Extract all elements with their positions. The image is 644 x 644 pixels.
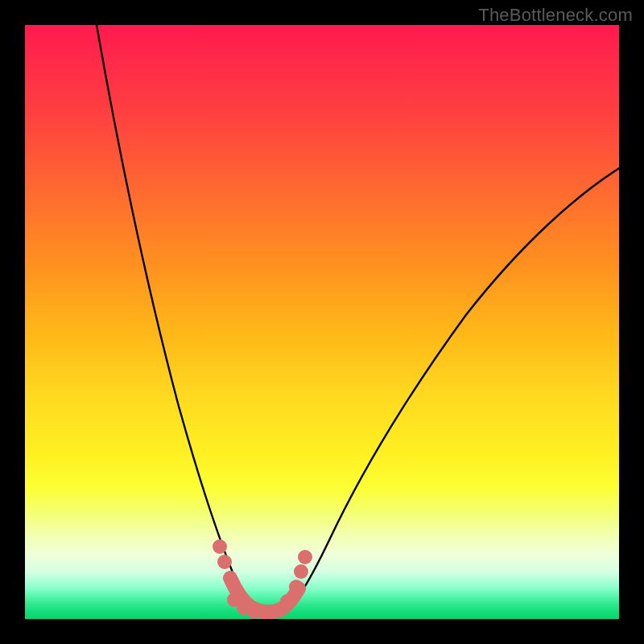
- right-curve: [281, 168, 619, 614]
- marker-dot: [298, 550, 312, 564]
- marker-dot: [289, 580, 303, 594]
- left-curve: [97, 25, 262, 613]
- marker-dot: [294, 564, 308, 579]
- plot-area: [25, 25, 619, 619]
- curve-layer: [25, 25, 619, 619]
- watermark-text: TheBottleneck.com: [478, 5, 633, 26]
- marker-dot: [280, 594, 295, 609]
- marker-dot: [217, 555, 232, 569]
- chart-frame: TheBottleneck.com: [0, 0, 644, 644]
- marker-dot: [213, 539, 227, 554]
